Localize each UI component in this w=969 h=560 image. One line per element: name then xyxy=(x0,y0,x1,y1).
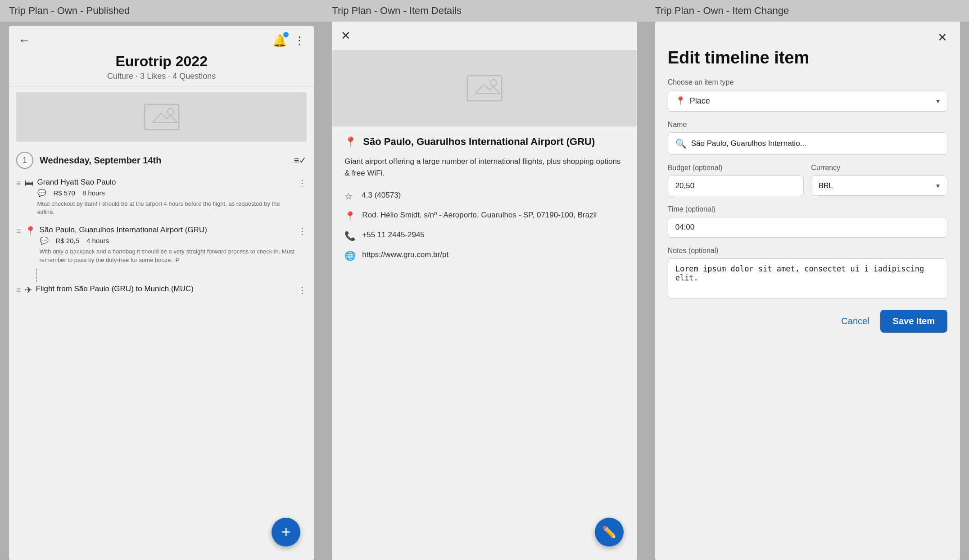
phone-text: +55 11 2445-2945 xyxy=(362,230,425,240)
timeline-item: ≡ 📍 São Paulo, Guarulhos International A… xyxy=(16,221,307,269)
panel-item-change: Trip Plan - Own - Item Change ✕ Edit tim… xyxy=(646,0,969,560)
name-label: Name xyxy=(668,121,947,129)
chat-icon: 💬 xyxy=(37,189,46,197)
panel-item-details: Trip Plan - Own - Item Details ✕ 📍 São P… xyxy=(323,0,646,560)
svg-rect-0 xyxy=(145,104,179,130)
notes-textarea[interactable]: Lorem ipsum dolor sit amet, consectet ui… xyxy=(668,258,947,299)
panel-trip-plan: Trip Plan - Own - Published ← 🔔 ⋮ Eurotr… xyxy=(0,0,323,560)
address-text: Rod. Hélio Smidt, s/nº - Aeroporto, Guar… xyxy=(362,210,597,221)
budget-label: Budget (optional) xyxy=(668,164,804,172)
trip-hero-image xyxy=(16,92,307,142)
rating-row: ☆ 4.3 (40573) xyxy=(344,190,624,202)
nav-right: 🔔 ⋮ xyxy=(272,34,305,48)
day-number: 1 xyxy=(16,152,33,169)
budget-input[interactable] xyxy=(668,176,804,196)
place-description: Giant airport offering a large number of… xyxy=(344,156,624,180)
item-more-icon[interactable]: ⋮ xyxy=(298,178,307,189)
save-item-button[interactable]: Save Item xyxy=(880,310,947,333)
notes-group: Notes (optional) Lorem ipsum dolor sit a… xyxy=(668,247,947,301)
dropdown-left: 📍 Place xyxy=(675,96,710,106)
svg-rect-2 xyxy=(467,76,502,101)
item-type-label: Choose an item type xyxy=(668,78,947,86)
time-group: Time (optional) xyxy=(668,205,947,238)
name-group: Name 🔍 xyxy=(668,121,947,155)
name-input[interactable] xyxy=(691,139,940,148)
search-icon: 🔍 xyxy=(675,138,687,149)
item-duration: 8 hours xyxy=(82,189,105,197)
cancel-button[interactable]: Cancel xyxy=(841,316,869,326)
item-meta: 💬 R$ 20,5 4 hours xyxy=(40,236,298,245)
drag-handle-icon[interactable]: ≡ xyxy=(16,179,21,188)
item-type-dropdown[interactable]: 📍 Place ▾ xyxy=(668,90,947,112)
website-row: 🌐 https://www.gru.com.br/pt xyxy=(344,249,624,261)
chevron-down-icon: ▾ xyxy=(936,97,940,105)
notes-label: Notes (optional) xyxy=(668,247,947,255)
add-item-fab[interactable]: + xyxy=(272,518,300,546)
place-type-icon: 📍 xyxy=(675,96,685,106)
star-icon: ☆ xyxy=(344,191,355,202)
trip-subtitle: Culture · 3 Likes · 4 Questions xyxy=(18,72,305,81)
hotel-icon: 🛏 xyxy=(25,178,34,188)
panel2-body: 📍 São Paulo, Guarulhos International Air… xyxy=(332,126,637,560)
place-hero-image xyxy=(332,50,637,126)
location-pin-icon: 📍 xyxy=(25,226,36,236)
website-text: https://www.gru.com.br/pt xyxy=(362,249,448,260)
item-note: With only a backpack and a handbag it sh… xyxy=(40,248,298,264)
chevron-down-icon: ▾ xyxy=(936,181,940,190)
phone-row: 📞 +55 11 2445-2945 xyxy=(344,230,624,241)
day-header: 1 Wednesday, September 14th ≡✓ xyxy=(9,147,314,173)
panel1-nav: ← 🔔 ⋮ xyxy=(18,33,305,48)
item-type-value: Place xyxy=(690,96,710,106)
close-button[interactable]: ✕ xyxy=(341,29,351,43)
notification-bell-icon[interactable]: 🔔 xyxy=(272,34,287,48)
currency-dropdown[interactable]: BRL ▾ xyxy=(811,176,947,196)
item-name: São Paulo, Guarulhos International Airpo… xyxy=(40,226,298,235)
checklist-icon[interactable]: ≡✓ xyxy=(294,155,307,166)
panel1-title: Trip Plan - Own - Published xyxy=(9,5,130,17)
item-price: R$ 570 xyxy=(54,189,75,197)
item-note: Must checkout by 8am! I should be at the… xyxy=(37,200,298,216)
address-row: 📍 Rod. Hélio Smidt, s/nº - Aeroporto, Gu… xyxy=(344,210,624,221)
address-pin-icon: 📍 xyxy=(344,211,356,221)
day-label: Wednesday, September 14th xyxy=(40,155,288,166)
place-pin-icon: 📍 xyxy=(344,136,357,148)
timeline-items: ≡ 🛏 Grand Hyatt Sao Paulo 💬 R$ 570 8 hou… xyxy=(9,173,314,300)
item-meta: 💬 R$ 570 8 hours xyxy=(37,189,298,197)
budget-currency-row: Budget (optional) Currency BRL ▾ xyxy=(668,164,947,205)
item-content: Flight from São Paulo (GRU) to Munich (M… xyxy=(36,285,298,294)
currency-group: Currency BRL ▾ xyxy=(811,164,947,196)
panel1-titlebar: Trip Plan - Own - Published xyxy=(0,0,323,22)
item-content: São Paulo, Guarulhos International Airpo… xyxy=(40,226,298,264)
edit-item-fab[interactable]: ✏️ xyxy=(595,518,624,546)
chat-bubble-icon: 💬 xyxy=(40,236,49,245)
time-label: Time (optional) xyxy=(668,205,947,213)
timeline-item: ≡ ✈ Flight from São Paulo (GRU) to Munic… xyxy=(16,280,307,300)
back-button[interactable]: ← xyxy=(18,33,31,48)
trip-header: ← 🔔 ⋮ Eurotrip 2022 Culture · 3 Likes · … xyxy=(9,26,314,87)
place-header: 📍 São Paulo, Guarulhos International Air… xyxy=(344,135,624,149)
edit-modal-title: Edit timeline item xyxy=(668,48,947,68)
flight-icon: ✈ xyxy=(25,285,32,295)
panel3-content: ✕ Edit timeline item Choose an item type… xyxy=(655,22,960,560)
panel3-titlebar: Trip Plan - Own - Item Change xyxy=(646,0,969,22)
panel2-title: Trip Plan - Own - Item Details xyxy=(332,5,462,17)
item-price: R$ 20,5 xyxy=(56,237,80,244)
svg-point-3 xyxy=(490,80,497,86)
currency-value: BRL xyxy=(819,182,833,190)
drag-handle-icon[interactable]: ≡ xyxy=(16,226,21,236)
more-options-icon[interactable]: ⋮ xyxy=(294,34,305,47)
budget-group: Budget (optional) xyxy=(668,164,804,196)
name-search-input[interactable]: 🔍 xyxy=(668,132,947,155)
item-type-group: Choose an item type 📍 Place ▾ xyxy=(668,78,947,112)
drag-handle-icon[interactable]: ≡ xyxy=(16,285,21,295)
place-name: São Paulo, Guarulhos International Airpo… xyxy=(363,135,595,149)
svg-point-1 xyxy=(168,108,174,115)
item-more-icon[interactable]: ⋮ xyxy=(298,285,307,295)
currency-label: Currency xyxy=(811,164,947,172)
panel3-title: Trip Plan - Own - Item Change xyxy=(655,5,789,17)
item-more-icon[interactable]: ⋮ xyxy=(298,226,307,236)
close-edit-button[interactable]: ✕ xyxy=(937,31,947,45)
rating-text: 4.3 (40573) xyxy=(362,190,401,201)
notification-badge xyxy=(283,32,289,37)
time-input[interactable] xyxy=(668,217,947,238)
